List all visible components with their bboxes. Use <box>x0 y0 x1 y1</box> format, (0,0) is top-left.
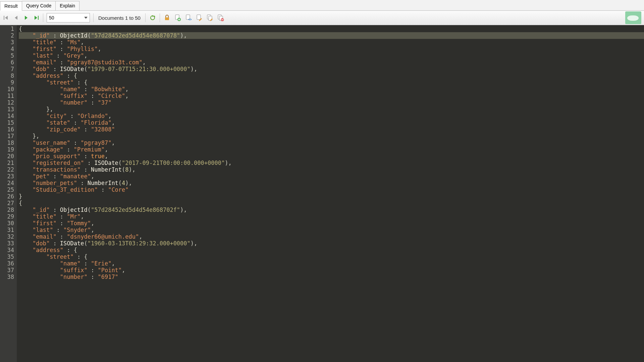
first-page-icon[interactable] <box>3 14 9 21</box>
svg-marker-1 <box>5 16 8 20</box>
code-line[interactable]: "street" : { <box>19 79 644 86</box>
code-line[interactable]: "Studio_3T_edition" : "Core" <box>19 186 644 193</box>
line-number: 2 <box>2 32 14 39</box>
result-toolbar: 50 Documents 1 to 50 <> <box>0 11 644 25</box>
code-line[interactable]: "title" : "Mr", <box>19 213 644 220</box>
code-line[interactable]: "address" : { <box>19 72 644 79</box>
code-line[interactable]: "email" : "dsnyder66@umich.edu", <box>19 233 644 240</box>
code-line[interactable]: "suffix" : "Circle", <box>19 93 644 99</box>
line-number: 22 <box>2 166 14 173</box>
code-area[interactable]: { "_id" : ObjectId("57d28452ed5d4d54e868… <box>17 25 644 362</box>
code-line[interactable]: "state" : "Florida", <box>19 119 644 126</box>
line-number: 29 <box>2 213 14 220</box>
code-line[interactable]: }, <box>19 133 644 139</box>
line-gutter: 1234567891011121314151617181920212223242… <box>0 25 17 362</box>
code-line[interactable]: "pet" : "manatee", <box>19 173 644 180</box>
refresh-icon[interactable] <box>149 14 156 21</box>
code-line[interactable]: "registered_on" : ISODate("2017-09-21T00… <box>19 160 644 166</box>
line-number: 4 <box>2 46 14 52</box>
doc-copy-icon[interactable] <box>206 14 214 21</box>
code-line[interactable]: "first" : "Tommy", <box>19 220 644 227</box>
doc-diff-icon[interactable]: <> <box>185 14 192 21</box>
code-line[interactable]: "name" : "Bobwhite", <box>19 86 644 93</box>
line-number: 5 <box>2 52 14 59</box>
code-line[interactable]: "street" : { <box>19 253 644 260</box>
prev-page-icon[interactable] <box>13 14 19 21</box>
last-page-icon[interactable] <box>33 14 40 21</box>
svg-rect-12 <box>197 15 201 19</box>
code-line[interactable]: "last" : "Grey", <box>19 52 644 59</box>
svg-text:<>: <> <box>188 18 192 21</box>
line-number: 6 <box>2 59 14 66</box>
tab-query-code[interactable]: Query Code <box>22 1 56 10</box>
line-number: 32 <box>2 233 14 240</box>
code-line[interactable]: } <box>19 193 644 200</box>
doc-delete-icon[interactable] <box>217 14 224 21</box>
code-line[interactable]: "package" : "Premium", <box>19 146 644 153</box>
chevron-down-icon <box>84 17 88 19</box>
line-number: 37 <box>2 267 14 274</box>
line-number: 12 <box>2 99 14 106</box>
code-line[interactable]: { <box>19 25 644 32</box>
code-line[interactable]: "number_pets" : NumberInt(4), <box>19 180 644 186</box>
code-line[interactable]: "zip_code" : "32808" <box>19 126 644 133</box>
line-number: 23 <box>2 173 14 180</box>
code-line[interactable]: "_id" : ObjectId("57d28452ed5d4d54e86870… <box>19 32 644 39</box>
line-number: 9 <box>2 79 14 86</box>
code-line[interactable]: "title" : "Ms", <box>19 39 644 46</box>
line-number: 1 <box>2 25 14 32</box>
line-number: 26 <box>2 193 14 200</box>
page-size-select[interactable]: 50 <box>47 13 90 22</box>
line-number: 11 <box>2 93 14 99</box>
line-number: 31 <box>2 227 14 233</box>
svg-rect-7 <box>165 17 169 20</box>
next-page-icon[interactable] <box>23 14 30 21</box>
line-number: 36 <box>2 260 14 267</box>
code-line[interactable]: "last" : "Snyder", <box>19 227 644 233</box>
result-tabs: Result Query Code Explain <box>0 0 644 11</box>
separator <box>145 13 146 22</box>
code-line[interactable]: "email" : "pgray87@studio3t.com", <box>19 59 644 66</box>
code-line[interactable]: "city" : "Orlando", <box>19 113 644 119</box>
svg-rect-18 <box>221 19 223 20</box>
documents-range-label: Documents 1 to 50 <box>97 15 142 21</box>
code-line[interactable]: "first" : "Phyllis", <box>19 46 644 52</box>
tab-result[interactable]: Result <box>0 1 22 11</box>
code-line[interactable]: "user_name" : "pgray87", <box>19 139 644 146</box>
code-line[interactable]: "transactions" : NumberInt(8), <box>19 166 644 173</box>
code-line[interactable]: "prio_support" : true, <box>19 153 644 160</box>
svg-marker-4 <box>35 16 37 20</box>
lock-icon[interactable] <box>163 14 171 21</box>
doc-edit-icon[interactable] <box>196 14 203 21</box>
code-line[interactable]: "number" : "37" <box>19 99 644 106</box>
line-number: 10 <box>2 86 14 93</box>
code-line[interactable]: }, <box>19 106 644 113</box>
line-number: 20 <box>2 153 14 160</box>
line-number: 30 <box>2 220 14 227</box>
line-number: 21 <box>2 160 14 166</box>
code-line[interactable]: "number" : "6917" <box>19 274 644 280</box>
code-line[interactable]: "name" : "Erie", <box>19 260 644 267</box>
line-number: 3 <box>2 39 14 46</box>
svg-rect-0 <box>4 16 4 20</box>
line-number: 17 <box>2 133 14 139</box>
line-number: 25 <box>2 186 14 193</box>
separator <box>160 13 160 22</box>
code-line[interactable]: "dob" : ISODate("1979-07-07T15:21:30.000… <box>19 66 644 72</box>
line-number: 19 <box>2 146 14 153</box>
tab-explain[interactable]: Explain <box>55 1 79 10</box>
line-number: 28 <box>2 206 14 213</box>
line-number: 7 <box>2 66 14 72</box>
line-number: 16 <box>2 126 14 133</box>
code-line[interactable]: "_id" : ObjectId("57d28452ed5d4d54e86870… <box>19 206 644 213</box>
line-number: 33 <box>2 240 14 247</box>
line-number: 24 <box>2 180 14 186</box>
studio3t-logo <box>625 11 641 24</box>
doc-add-icon[interactable] <box>174 14 181 21</box>
code-line[interactable]: "dob" : ISODate("1960-03-13T03:29:32.000… <box>19 240 644 247</box>
code-line[interactable]: "suffix" : "Point", <box>19 267 644 274</box>
svg-marker-2 <box>15 16 17 20</box>
json-editor[interactable]: 1234567891011121314151617181920212223242… <box>0 25 644 362</box>
code-line[interactable]: "address" : { <box>19 247 644 253</box>
code-line[interactable]: { <box>19 200 644 206</box>
